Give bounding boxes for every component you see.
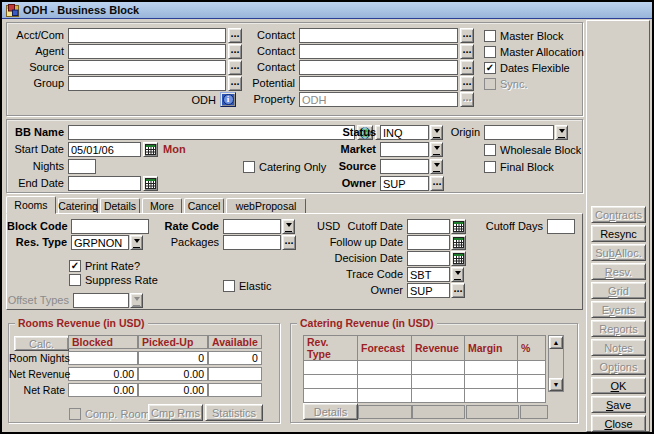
group-input[interactable] (68, 76, 226, 91)
owner-lookup-button[interactable]: ... (430, 176, 444, 191)
tab-catering[interactable]: Catering (58, 198, 98, 214)
contact2-input[interactable] (299, 44, 458, 59)
resync-button[interactable]: Resync (591, 225, 646, 242)
start-weekday-label: Mon (163, 142, 193, 157)
catering-scrollbar[interactable]: ▲ ▼ (548, 335, 564, 392)
side-button-panel: Contracts Resync Sub Alloc. Resv. Grid E… (586, 20, 650, 432)
contact1-input[interactable] (299, 28, 458, 43)
trace-code-list-button[interactable] (451, 267, 464, 282)
source-list-button[interactable] (430, 159, 443, 174)
catering-revenue-table: Rev. Type Forecast Revenue Margin % (303, 335, 546, 403)
close-button[interactable]: Close (591, 415, 646, 432)
start-date-calendar-button[interactable] (143, 142, 158, 157)
cutoff-date-input[interactable] (407, 219, 450, 234)
catering-only-checkbox[interactable]: Catering Only (243, 160, 326, 173)
origin-list-button[interactable] (555, 125, 568, 140)
follow-up-date-input[interactable] (407, 235, 450, 250)
net-revenue-blocked: 0.00 (68, 367, 138, 381)
scroll-down-button[interactable]: ▼ (549, 378, 563, 391)
cell (358, 375, 412, 389)
cutoff-days-input[interactable] (547, 219, 575, 234)
master-allocation-checkbox[interactable]: Master Allocation (484, 45, 584, 58)
catering-revenue-title: Catering Revenue (in USD) (297, 317, 437, 329)
cell (304, 361, 358, 375)
contact3-input[interactable] (299, 60, 458, 75)
checkbox-box (484, 161, 496, 173)
res-type-list-button[interactable] (130, 235, 143, 250)
potential-input[interactable] (299, 76, 458, 91)
info-button[interactable]: i (220, 92, 236, 107)
rate-code-label: Rate Code (153, 219, 219, 234)
tab-cancel[interactable]: Cancel (184, 198, 224, 214)
rooms-owner-label: Owner (329, 283, 403, 298)
bb-name-input[interactable] (68, 125, 355, 140)
property-input (299, 92, 458, 107)
market-input[interactable] (380, 142, 429, 157)
suppress-rate-checkbox[interactable]: Suppress Rate (69, 273, 158, 286)
decision-date-input[interactable] (407, 251, 450, 266)
status-input[interactable] (380, 125, 429, 140)
market-list-button[interactable] (430, 142, 443, 157)
checkbox-box: ✓ (69, 260, 81, 272)
follow-up-date-calendar-button[interactable] (451, 235, 466, 250)
rooms-owner-lookup-button[interactable]: ... (451, 283, 465, 298)
list-item[interactable] (304, 375, 546, 389)
status-list-button[interactable] (430, 125, 443, 140)
decision-date-calendar-button[interactable] (451, 251, 466, 266)
contact3-lookup-button[interactable]: ... (460, 60, 474, 75)
potential-lookup-button[interactable]: ... (460, 76, 474, 91)
acct-com-input[interactable] (68, 28, 226, 43)
reports-button: Reports (591, 320, 646, 337)
save-button[interactable]: Save (591, 396, 646, 413)
source-status-input[interactable] (380, 159, 429, 174)
block-code-input[interactable] (71, 219, 149, 234)
ok-button[interactable]: OK (591, 377, 646, 394)
trace-code-input[interactable] (407, 267, 450, 282)
final-block-checkbox[interactable]: Final Block (484, 160, 554, 173)
scroll-up-button[interactable]: ▲ (549, 336, 563, 349)
cell (465, 375, 518, 389)
source-label: Source (7, 60, 64, 75)
res-type-input[interactable] (71, 235, 129, 250)
start-date-input[interactable] (68, 142, 141, 157)
master-block-checkbox[interactable]: Master Block (484, 29, 564, 42)
column-header: Revenue (412, 336, 465, 361)
list-item[interactable] (304, 389, 546, 403)
checkbox-box (223, 280, 235, 292)
tab-rooms[interactable]: Rooms (6, 196, 56, 214)
tab-details[interactable]: Details (100, 198, 140, 214)
tab-more[interactable]: More (142, 198, 182, 214)
origin-label: Origin (444, 125, 480, 140)
rooms-tab-panel: Block Code Rate Code USD Cutoff Date Cut… (6, 213, 583, 310)
rate-code-input[interactable] (223, 219, 281, 234)
packages-lookup-button[interactable]: ... (282, 235, 296, 250)
end-date-calendar-button[interactable] (143, 176, 158, 191)
elastic-checkbox[interactable]: Elastic (223, 279, 271, 292)
net-revenue-picked: 0.00 (138, 367, 208, 381)
wholesale-block-checkbox[interactable]: Wholesale Block (484, 143, 581, 156)
column-header: Blocked (68, 335, 138, 349)
agent-input[interactable] (68, 44, 226, 59)
grid-button: Grid (591, 282, 646, 299)
dates-flexible-checkbox[interactable]: ✓ Dates Flexible (484, 61, 570, 74)
end-date-input[interactable] (68, 176, 141, 191)
room-nights-label: Room Nights (9, 351, 65, 366)
tab-webproposal[interactable]: webProposal (226, 198, 306, 214)
source-input[interactable] (68, 60, 226, 75)
list-item[interactable] (304, 361, 546, 375)
cutoff-date-calendar-button[interactable] (451, 219, 466, 234)
origin-input[interactable] (484, 125, 554, 140)
calendar-icon (453, 253, 464, 264)
resv-button: Resv. (591, 263, 646, 280)
owner-input[interactable] (380, 176, 429, 191)
contact2-lookup-button[interactable]: ... (460, 44, 474, 59)
print-rate-checkbox[interactable]: ✓ Print Rate? (69, 259, 140, 272)
checkbox-label: Master Block (500, 30, 564, 42)
nights-input[interactable] (68, 159, 96, 174)
rate-code-list-button[interactable] (282, 219, 295, 234)
contact1-lookup-button[interactable]: ... (460, 28, 474, 43)
packages-input[interactable] (223, 235, 281, 250)
rooms-owner-input[interactable] (407, 283, 450, 298)
cutoff-days-label: Cutoff Days (485, 219, 543, 234)
cell (304, 389, 358, 403)
